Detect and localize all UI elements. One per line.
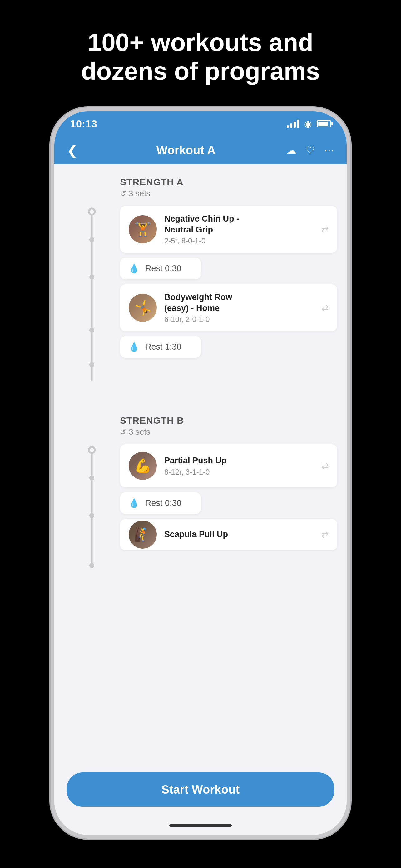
phone-shell: 10:13 ◉ ❮ Workout A ☁ ♡ ⋯ bbox=[51, 107, 350, 839]
exercise-info-row: Bodyweight Row(easy) - Home 6-10r, 2-0-1… bbox=[164, 292, 314, 324]
heart-icon[interactable]: ♡ bbox=[306, 144, 315, 156]
back-button[interactable]: ❮ bbox=[67, 143, 86, 158]
section-strength-b: STRENGTH B ↺ 3 sets bbox=[64, 415, 337, 588]
rest-drop-icon-b1: 💧 bbox=[129, 498, 140, 508]
exercise-params-pushup: 8-12r, 3-1-1-0 bbox=[164, 468, 314, 476]
rest-card-b1: 💧 Rest 0:30 bbox=[120, 492, 201, 514]
exercise-card-row[interactable]: Bodyweight Row(easy) - Home 6-10r, 2-0-1… bbox=[120, 284, 337, 331]
exercise-card-scapula[interactable]: Scapula Pull Up ⇄ bbox=[120, 519, 337, 550]
exercise-info-pushup: Partial Push Up 8-12r, 3-1-1-0 bbox=[164, 455, 314, 476]
content-area: STRENGTH A ↺ 3 sets bbox=[54, 164, 347, 766]
shuffle-icon-pushup[interactable]: ⇄ bbox=[321, 461, 329, 471]
section-a-sets-label: 3 sets bbox=[129, 189, 150, 198]
exercise-thumb-row bbox=[129, 294, 157, 322]
more-icon[interactable]: ⋯ bbox=[324, 144, 334, 156]
nav-actions: ☁ ♡ ⋯ bbox=[287, 144, 334, 156]
svg-point-6 bbox=[89, 328, 94, 333]
section-a-title: STRENGTH A bbox=[120, 177, 337, 187]
svg-point-10 bbox=[89, 447, 95, 453]
svg-point-14 bbox=[89, 513, 94, 518]
section-b-title: STRENGTH B bbox=[120, 415, 337, 426]
signal-icon bbox=[287, 120, 299, 128]
exercise-name-row: Bodyweight Row(easy) - Home bbox=[164, 292, 314, 314]
exercise-info-scapula: Scapula Pull Up bbox=[164, 529, 314, 540]
svg-point-16 bbox=[89, 563, 94, 568]
start-workout-button[interactable]: Start Workout bbox=[67, 772, 334, 807]
shuffle-icon-chinup[interactable]: ⇄ bbox=[321, 224, 329, 235]
bottom-bar: Start Workout bbox=[54, 766, 347, 816]
rest-label-b1: Rest 0:30 bbox=[145, 498, 181, 508]
section-a-sets: ↺ 3 sets bbox=[120, 189, 337, 198]
home-indicator bbox=[54, 816, 347, 835]
shuffle-icon-scapula[interactable]: ⇄ bbox=[321, 530, 329, 540]
wifi-icon: ◉ bbox=[304, 119, 312, 129]
svg-point-8 bbox=[89, 362, 94, 367]
svg-point-2 bbox=[89, 237, 94, 242]
exercise-params-chinup: 2-5r, 8-0-1-0 bbox=[164, 237, 314, 245]
headline: 100+ workouts and dozens of programs bbox=[56, 28, 345, 86]
exercise-card-pushup[interactable]: Partial Push Up 8-12r, 3-1-1-0 ⇄ bbox=[120, 444, 337, 488]
home-bar bbox=[169, 824, 232, 827]
rest-drop-icon-a1: 💧 bbox=[129, 264, 140, 274]
exercise-thumb-chinup bbox=[129, 215, 157, 243]
svg-point-12 bbox=[89, 475, 94, 480]
cloud-upload-icon[interactable]: ☁ bbox=[287, 144, 296, 156]
battery-icon bbox=[317, 120, 331, 127]
exercise-name-scapula: Scapula Pull Up bbox=[164, 529, 314, 540]
nav-bar: ❮ Workout A ☁ ♡ ⋯ bbox=[54, 136, 347, 164]
status-icons: ◉ bbox=[287, 119, 331, 129]
nav-title: Workout A bbox=[157, 144, 216, 157]
status-bar: 10:13 ◉ bbox=[54, 111, 347, 136]
svg-point-0 bbox=[89, 208, 95, 215]
svg-point-4 bbox=[89, 275, 94, 280]
exercise-thumb-pushup bbox=[129, 452, 157, 480]
section-b-sets: ↺ 3 sets bbox=[120, 427, 337, 437]
exercise-info-chinup: Negative Chin Up -Neutral Grip 2-5r, 8-0… bbox=[164, 213, 314, 245]
rest-card-a2: 💧 Rest 1:30 bbox=[120, 336, 201, 358]
timeline-svg-b bbox=[79, 444, 104, 588]
timeline-svg-a bbox=[79, 206, 104, 400]
rest-label-a2: Rest 1:30 bbox=[145, 342, 181, 352]
section-b-sets-label: 3 sets bbox=[129, 427, 150, 437]
exercise-card-chinup[interactable]: Negative Chin Up -Neutral Grip 2-5r, 8-0… bbox=[120, 206, 337, 253]
status-time: 10:13 bbox=[70, 118, 97, 130]
section-strength-a: STRENGTH A ↺ 3 sets bbox=[64, 177, 337, 400]
exercise-thumb-scapula bbox=[129, 521, 157, 549]
rest-label-a1: Rest 0:30 bbox=[145, 264, 181, 273]
repeat-icon-a: ↺ bbox=[120, 189, 126, 198]
exercise-params-row: 6-10r, 2-0-1-0 bbox=[164, 315, 314, 324]
rest-drop-icon-a2: 💧 bbox=[129, 342, 140, 352]
exercise-name-chinup: Negative Chin Up -Neutral Grip bbox=[164, 213, 314, 235]
rest-card-a1: 💧 Rest 0:30 bbox=[120, 258, 201, 279]
repeat-icon-b: ↺ bbox=[120, 428, 126, 436]
exercise-name-pushup: Partial Push Up bbox=[164, 455, 314, 466]
shuffle-icon-row[interactable]: ⇄ bbox=[321, 303, 329, 313]
